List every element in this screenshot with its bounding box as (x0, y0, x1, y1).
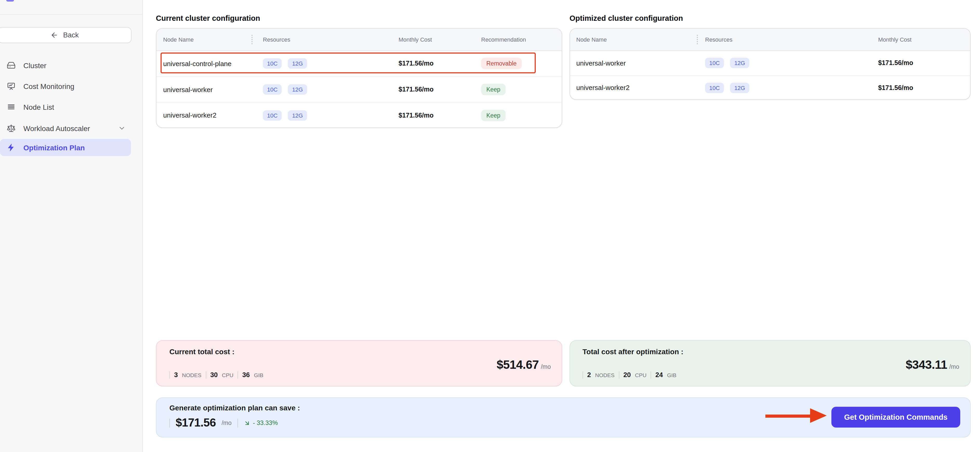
nodes-label: NODES (595, 372, 614, 378)
per-month-label: /mo (222, 420, 231, 426)
optimized-cluster-title: Optimized cluster configuration (570, 14, 683, 22)
arrow-down-right-icon (243, 420, 250, 426)
node-name: universal-worker2 (570, 84, 697, 92)
current-total-stats: 3 NODES 30 CPU 36 GIB (169, 371, 263, 379)
monthly-cost: $171.56/mo (878, 59, 970, 67)
lightning-icon (7, 143, 16, 152)
presentation-chart-icon (7, 81, 16, 91)
gib-label: GIB (667, 372, 676, 378)
column-monthly-cost: Monthly Cost (399, 37, 471, 43)
cpu-chip: 10C (263, 110, 282, 120)
current-total-cost-card: Current total cost : $514.67 /mo 3 NODES… (156, 340, 562, 387)
recommendation-badge: Keep (481, 110, 506, 121)
sidebar-item-label: Optimization Plan (23, 143, 85, 152)
table-header: Node Name Resources Monthly Cost Recomme… (156, 29, 562, 51)
memory-chip: 12G (730, 58, 749, 69)
table-row: universal-worker 10C 12G $171.56/mo (570, 51, 970, 75)
cpu-label: CPU (222, 372, 233, 378)
recommendation-badge: Keep (481, 84, 506, 95)
optimization-plan-page: Back Cluster Cost Monitoring Node List W (0, 0, 980, 452)
cpu-chip: 10C (705, 83, 724, 93)
monthly-cost: $171.56/mo (399, 60, 471, 67)
node-name: universal-worker (570, 59, 697, 67)
chevron-down-icon[interactable] (118, 124, 126, 132)
savings-banner: Generate optimization plan can save : $1… (156, 398, 970, 438)
monthly-cost: $171.56/mo (399, 86, 471, 93)
sidebar-item-label: Workload Autoscaler (23, 124, 90, 133)
cpu-chip: 10C (263, 84, 282, 95)
gib-count: 36 (242, 371, 250, 379)
server-icon (7, 61, 16, 70)
sidebar-item-cluster[interactable]: Cluster (0, 57, 131, 74)
optimized-cluster-table: Node Name Resources Monthly Cost univers… (570, 28, 970, 100)
current-cluster-table: Node Name Resources Monthly Cost Recomme… (156, 28, 562, 128)
savings-title: Generate optimization plan can save : (169, 404, 300, 412)
node-name: universal-worker (156, 86, 251, 93)
back-button[interactable]: Back (0, 27, 132, 43)
column-resources: Resources (697, 37, 878, 43)
monthly-cost: $171.56/mo (399, 112, 471, 119)
stat-divider (169, 418, 170, 427)
optimized-total-title: Total cost after optimization : (582, 347, 683, 356)
savings-price: $171.56 (176, 416, 216, 430)
table-header: Node Name Resources Monthly Cost (570, 29, 970, 51)
cpu-count: 20 (623, 371, 631, 379)
sidebar-item-label: Node List (23, 103, 54, 111)
sidebar: Back Cluster Cost Monitoring Node List W (0, 0, 143, 452)
scale-icon (7, 124, 16, 133)
nodes-label: NODES (182, 372, 201, 378)
cpu-chip: 10C (705, 58, 724, 69)
get-optimization-commands-button[interactable]: Get Optimization Commands (831, 407, 960, 428)
gib-label: GIB (254, 372, 263, 378)
cpu-label: CPU (635, 372, 646, 378)
gib-count: 24 (655, 371, 663, 379)
nodes-count: 2 (587, 371, 591, 379)
column-node-name: Node Name (156, 37, 251, 43)
memory-chip: 12G (730, 83, 749, 93)
table-row: universal-control-plane 10C 12G $171.56/… (156, 51, 562, 76)
sidebar-item-workload-autoscaler[interactable]: Workload Autoscaler (0, 120, 131, 137)
savings-percent: - 33.33% (253, 419, 278, 426)
optimized-total-cost-card: Total cost after optimization : $343.11 … (570, 340, 970, 387)
column-resources: Resources (251, 37, 399, 43)
cpu-chip: 10C (263, 59, 282, 69)
per-month-label: /mo (949, 364, 959, 370)
back-label: Back (63, 31, 79, 39)
sidebar-item-label: Cluster (23, 61, 46, 69)
optimized-total-stats: 2 NODES 20 CPU 24 GIB (582, 371, 676, 379)
column-node-name: Node Name (570, 37, 697, 43)
column-recommendation: Recommendation (471, 37, 562, 43)
sidebar-item-node-list[interactable]: Node List (0, 98, 131, 115)
current-cluster-title: Current cluster configuration (156, 14, 260, 22)
sidebar-divider (0, 14, 143, 14)
sidebar-item-label: Cost Monitoring (23, 82, 74, 90)
monthly-cost: $171.56/mo (878, 84, 970, 91)
memory-chip: 12G (288, 59, 307, 69)
app-logo (6, 0, 14, 2)
node-name: universal-worker2 (156, 111, 251, 119)
back-arrow-icon (51, 31, 59, 39)
table-row: universal-worker 10C 12G $171.56/mo Keep (156, 76, 562, 102)
list-lines-icon (7, 102, 16, 111)
per-month-label: /mo (541, 364, 551, 370)
stat-divider (237, 418, 238, 427)
sidebar-item-optimization-plan[interactable]: Optimization Plan (0, 139, 131, 156)
table-row: universal-worker2 10C 12G $171.56/mo Kee… (156, 102, 562, 128)
memory-chip: 12G (288, 84, 307, 95)
table-row: universal-worker2 10C 12G $171.56/mo (570, 75, 970, 100)
cpu-count: 30 (210, 371, 218, 379)
node-name: universal-control-plane (156, 60, 251, 68)
nodes-count: 3 (174, 371, 178, 379)
current-total-price: $514.67 (497, 358, 539, 372)
sidebar-item-cost-monitoring[interactable]: Cost Monitoring (0, 78, 131, 95)
memory-chip: 12G (288, 110, 307, 120)
optimized-total-price: $343.11 (906, 358, 947, 372)
annotation-arrow-icon (765, 408, 828, 423)
current-total-title: Current total cost : (169, 347, 234, 356)
recommendation-badge: Removable (481, 58, 522, 69)
column-monthly-cost: Monthly Cost (878, 37, 970, 43)
